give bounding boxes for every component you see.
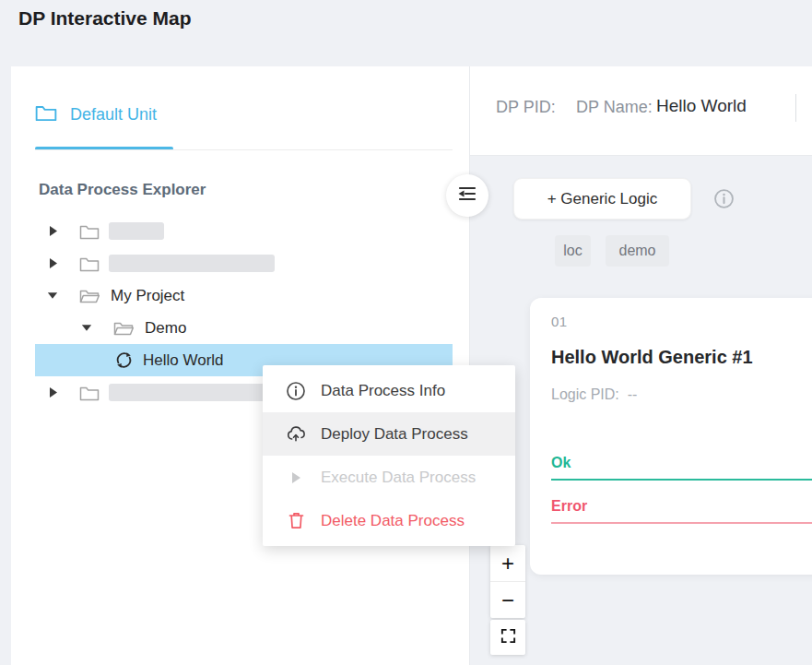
dp-header: DP PID: DP Name: Hello World	[470, 66, 812, 156]
zoom-in-button[interactable]: +	[490, 545, 525, 581]
dp-name-value: Hello World	[656, 96, 747, 116]
tab-default-unit[interactable]: Default Unit	[35, 103, 157, 125]
tree-row-my-project[interactable]: My Project	[35, 279, 453, 312]
logic-pid-value: --	[628, 386, 638, 402]
tree-label: Hello World	[143, 351, 224, 370]
zoom-controls: + −	[490, 545, 525, 618]
tree-label: Demo	[145, 319, 186, 338]
caret-down-icon[interactable]	[80, 322, 93, 334]
trash-icon	[286, 511, 306, 530]
tree-label: My Project	[111, 287, 184, 305]
info-circle-icon[interactable]	[713, 188, 735, 209]
cloud-upload-icon	[286, 424, 306, 444]
folder-open-icon	[79, 288, 101, 304]
tab-bar-divider	[35, 149, 453, 150]
fit-view-button[interactable]	[490, 620, 525, 655]
add-generic-logic-button[interactable]: + Generic Logic	[513, 178, 691, 220]
folder-icon	[79, 255, 100, 272]
menu-item-label: Data Process Info	[321, 382, 445, 400]
logic-index: 01	[551, 314, 568, 329]
explorer-title: Data Process Explorer	[39, 181, 206, 199]
menu-item-data-process-info[interactable]: Data Process Info	[263, 369, 515, 412]
fullscreen-icon	[500, 627, 517, 648]
caret-right-icon[interactable]	[46, 224, 59, 238]
collapse-explorer-button[interactable]	[446, 174, 488, 217]
tree-row[interactable]	[35, 215, 453, 247]
menu-item-deploy-data-process[interactable]: Deploy Data Process	[263, 412, 515, 456]
folder-icon	[79, 223, 100, 240]
logic-pid: Logic PID: --	[551, 386, 637, 403]
dp-pid-label: DP PID:	[496, 98, 556, 117]
tab-default-unit-label: Default Unit	[70, 105, 157, 125]
menu-item-label: Delete Data Process	[321, 512, 465, 530]
ok-port[interactable]: Ok	[551, 455, 812, 481]
tree-row[interactable]	[35, 247, 453, 279]
info-circle-icon	[286, 381, 306, 401]
sync-icon	[114, 350, 134, 370]
redacted-label	[109, 384, 270, 401]
folder-icon	[79, 385, 100, 401]
menu-item-label: Deploy Data Process	[321, 425, 468, 444]
logic-title: Hello World Generic #1	[551, 347, 753, 368]
redacted-label	[109, 255, 275, 272]
tag-demo[interactable]: demo	[606, 235, 669, 267]
page-title: DP Interactive Map	[18, 7, 192, 30]
error-port[interactable]: Error	[551, 498, 812, 524]
caret-right-icon	[286, 470, 306, 485]
folder-open-icon	[113, 320, 135, 337]
caret-down-icon[interactable]	[46, 290, 59, 302]
zoom-out-button[interactable]: −	[490, 582, 525, 618]
outdent-icon	[456, 183, 478, 208]
redacted-label	[109, 222, 164, 240]
menu-item-execute-data-process[interactable]: Execute Data Process	[263, 456, 515, 499]
tag-loc[interactable]: loc	[555, 235, 591, 267]
caret-right-icon[interactable]	[46, 386, 59, 399]
dp-name-label: DP Name:	[576, 98, 653, 117]
folder-icon	[35, 103, 57, 125]
menu-item-label: Execute Data Process	[321, 469, 476, 487]
logic-pid-label: Logic PID:	[551, 386, 619, 402]
header-divider	[795, 94, 796, 122]
caret-right-icon[interactable]	[46, 256, 59, 270]
context-menu: Data Process Info Deploy Data Process Ex…	[263, 365, 515, 546]
tree-row-demo[interactable]: Demo	[35, 312, 453, 344]
logic-card[interactable]: 01 Hello World Generic #1 Logic PID: -- …	[530, 298, 812, 575]
menu-item-delete-data-process[interactable]: Delete Data Process	[263, 499, 515, 542]
